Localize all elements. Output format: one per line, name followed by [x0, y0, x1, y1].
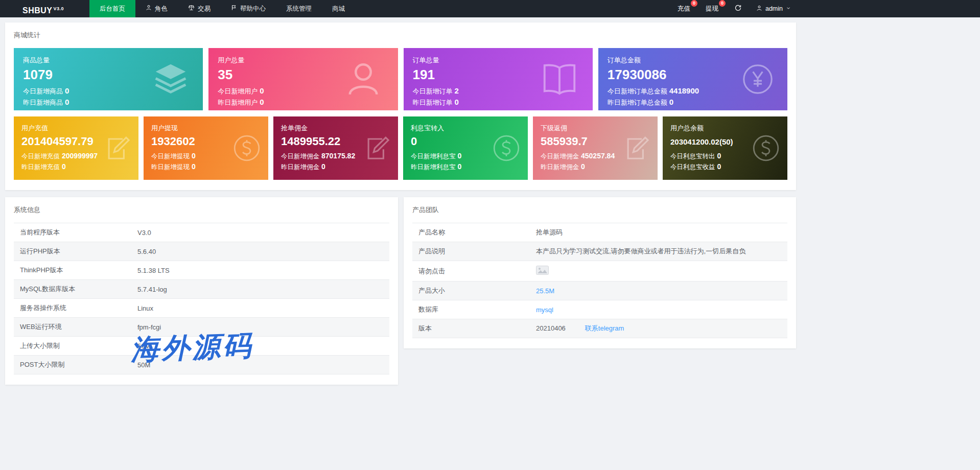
nav-item-trade[interactable]: 交易 [178, 0, 221, 17]
info-label: 版本 [412, 319, 530, 338]
info-label: 当前程序版本 [14, 223, 131, 242]
recharge-badge: 0 [691, 0, 697, 7]
scales-icon [188, 0, 195, 17]
info-value: 抢单源码 [530, 223, 787, 242]
chevron-down-icon [786, 5, 791, 12]
stat-line-label: 昨日新增提现 [151, 163, 190, 171]
edit-icon [363, 134, 391, 162]
stat-card-products-total: 商品总量 1079 今日新增商品0 昨日新增商品0 [14, 48, 203, 110]
table-row: WEB运行环境fpm-fcgi [14, 318, 389, 337]
stat-line: 昨日新增订单总金额0 [608, 98, 778, 107]
brand-logo[interactable]: SHBUYV3.0 [0, 0, 89, 17]
telegram-contact-link[interactable]: 联系telegram [585, 324, 624, 332]
recharge-label: 充值 [678, 5, 690, 12]
nav-item-roles[interactable]: 角色 [135, 0, 178, 17]
flag-icon [231, 0, 237, 17]
product-size-link[interactable]: 25.5M [536, 287, 554, 295]
stat-line: 昨日新增商品0 [23, 98, 194, 107]
stat-line-value: 450257.84 [581, 152, 615, 160]
stat-title: 用户充值 [21, 124, 131, 133]
table-row: 运行PHP版本5.6.40 [14, 242, 389, 261]
stat-line-value: 0 [717, 152, 721, 160]
info-value: 5.7.41-log [131, 280, 389, 299]
table-row: 请勿点击 [412, 261, 787, 281]
stat-line-value: 2 [455, 86, 459, 95]
info-value [530, 261, 787, 281]
mall-stats-panel: 商城统计 商品总量 1079 今日新增商品0 昨日新增商品0 用户总量 35 今… [5, 22, 796, 190]
main-content: 商城统计 商品总量 1079 今日新增商品0 昨日新增商品0 用户总量 35 今… [5, 22, 796, 385]
edit-icon [104, 134, 131, 162]
version-value: 20210406 [536, 324, 566, 332]
stat-title: 抢单佣金 [281, 124, 390, 133]
info-label: POST大小限制 [14, 356, 131, 374]
top-navbar: SHBUYV3.0 后台首页 角色 交易 帮助中心 系统管理 商城 充值 0 提… [0, 0, 980, 17]
nav-item-label: 后台首页 [100, 0, 125, 17]
navbar-right-group: 充值 0 提现 0 admin [670, 0, 797, 17]
stat-line-label: 今日新增订单总金额 [608, 87, 667, 95]
table-row: 产品说明本产品只为学习测试交流,请勿要做商业或者用于违法行为,一切后果自负 [412, 242, 787, 261]
stat-title: 用户总余额 [670, 124, 780, 133]
stat-line-value: 200999997 [62, 152, 98, 160]
bottom-section: 系统信息 当前程序版本V3.0 运行PHP版本5.6.40 ThinkPHP版本… [5, 197, 796, 385]
stat-line-value: 0 [717, 162, 721, 171]
nav-item-mall[interactable]: 商城 [322, 0, 355, 17]
info-value: 50M [131, 356, 389, 374]
stat-title: 用户提现 [151, 124, 261, 133]
refresh-button[interactable] [726, 0, 750, 17]
stat-line: 今日利息宝收益0 [670, 162, 780, 172]
info-value: mysql [530, 300, 787, 319]
stat-line: 昨日新增佣金0 [281, 162, 390, 172]
stat-card-orders-total: 订单总量 191 今日新增订单2 昨日新增订单0 [404, 48, 593, 110]
stat-line-value: 0 [669, 98, 673, 106]
nav-item-dashboard[interactable]: 后台首页 [89, 0, 135, 17]
table-row: 服务器操作系统Linux [14, 299, 389, 318]
stat-title: 下级返佣 [541, 124, 650, 133]
dollar-icon [752, 134, 780, 162]
stat-line-label: 今日新增提现 [151, 153, 190, 160]
nav-item-system[interactable]: 系统管理 [276, 0, 322, 17]
stat-line-value: 0 [65, 86, 69, 95]
table-row: ThinkPHP版本5.1.38 LTS [14, 261, 389, 280]
stat-line-value: 870175.82 [321, 152, 355, 160]
stat-line-value: 0 [455, 98, 459, 106]
table-row: MySQL数据库版本5.7.41-log [14, 280, 389, 299]
table-row: POST大小限制50M [14, 356, 389, 374]
info-value: 20210406联系telegram [530, 319, 787, 338]
info-label: 服务器操作系统 [14, 299, 131, 318]
user-icon [342, 58, 385, 101]
stat-card-users-total: 用户总量 35 今日新增用户0 昨日新增用户0 [208, 48, 398, 110]
stat-card-user-balance: 用户总余额 203041200.02(50) 今日利息宝转出0 今日利息宝收益0 [663, 116, 787, 180]
info-value: 5.1.38 LTS [131, 261, 389, 280]
nav-item-help-center[interactable]: 帮助中心 [221, 0, 276, 17]
stat-line-label: 昨日新增商品 [23, 99, 63, 106]
info-label: 上传大小限制 [14, 337, 131, 356]
stat-card-interest-in: 利息宝转入 0 今日新增利息宝0 昨日新增利息宝0 [403, 116, 528, 180]
stats-panel-title: 商城统计 [14, 31, 787, 40]
stat-line-label: 昨日新增充值 [21, 163, 60, 171]
broken-image-icon[interactable] [536, 269, 549, 276]
user-menu[interactable]: admin [750, 0, 797, 17]
stat-card-sub-rebate: 下级返佣 585939.7 今日新增佣金450257.84 昨日新增佣金0 [533, 116, 658, 180]
nav-item-label: 角色 [155, 0, 168, 17]
stat-line-label: 昨日新增订单 [413, 99, 453, 106]
edit-icon [623, 134, 650, 162]
nav-item-label: 帮助中心 [240, 0, 266, 17]
stat-line: 昨日新增提现0 [151, 162, 261, 172]
recharge-button[interactable]: 充值 0 [670, 0, 698, 17]
info-label: 产品名称 [412, 223, 530, 242]
info-value: 本产品只为学习测试交流,请勿要做商业或者用于违法行为,一切后果自负 [530, 242, 787, 261]
dollar-icon [232, 134, 261, 162]
withdraw-button[interactable]: 提现 0 [698, 0, 726, 17]
big-stats-row: 商品总量 1079 今日新增商品0 昨日新增商品0 用户总量 35 今日新增用户… [14, 48, 787, 110]
stat-line-value: 0 [321, 162, 325, 171]
database-link[interactable]: mysql [536, 306, 553, 314]
stat-line-value: 0 [62, 162, 66, 171]
withdraw-badge: 0 [719, 0, 726, 7]
stat-line-label: 今日新增用户 [218, 87, 258, 95]
stat-line-label: 今日新增商品 [23, 87, 63, 95]
stat-line-label: 昨日新增佣金 [281, 163, 319, 171]
yen-icon [741, 63, 774, 96]
brand-version: V3.0 [54, 6, 64, 11]
stat-line-label: 今日新增订单 [413, 87, 453, 95]
info-label: MySQL数据库版本 [14, 280, 131, 299]
